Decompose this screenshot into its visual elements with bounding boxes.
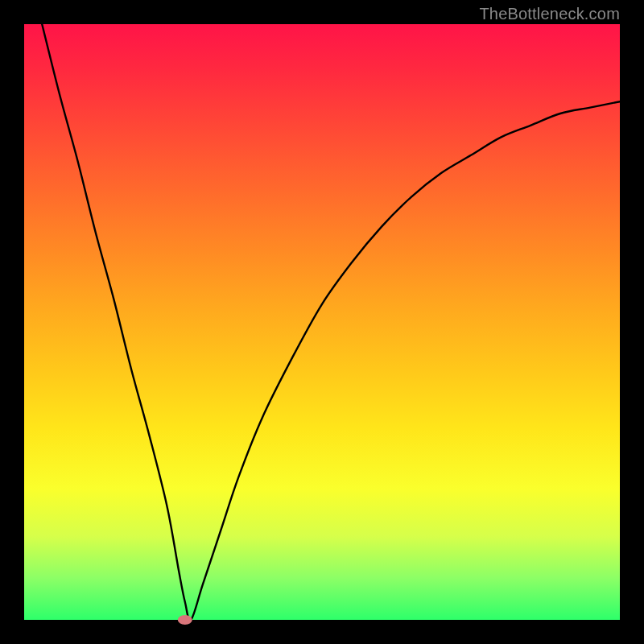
- plot-area: [24, 24, 620, 620]
- bottleneck-curve: [42, 24, 620, 621]
- optimal-marker: [178, 615, 192, 625]
- curve-layer: [24, 24, 620, 620]
- watermark-text: TheBottleneck.com: [479, 5, 620, 23]
- chart-frame: TheBottleneck.com: [0, 0, 644, 644]
